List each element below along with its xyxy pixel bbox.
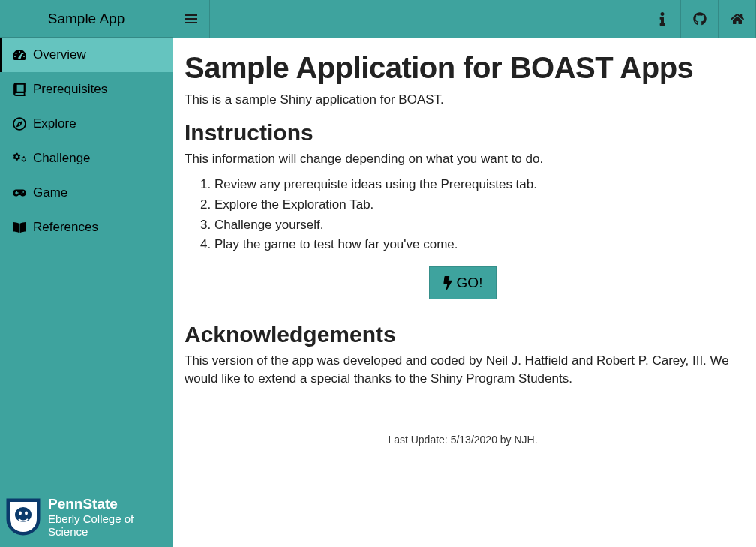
gears-icon [12,152,27,165]
sidebar-item-label: Game [33,185,68,200]
app-title: Sample App [0,0,172,38]
instructions-list: Review any prerequiste ideas using the P… [184,176,741,254]
home-button[interactable] [718,0,756,38]
home-icon [730,12,744,26]
sidebar-item-challenge[interactable]: Challenge [0,141,172,176]
github-button[interactable] [681,0,718,38]
github-icon [693,12,706,26]
instructions-item: Play the game to test how far you've com… [214,236,741,254]
instructions-intro: This information will change depending o… [184,150,741,169]
intro-text: This is a sample Shiny application for B… [184,91,741,110]
sidebar-item-prerequisites[interactable]: Prerequisites [0,72,172,107]
footer-line1: PennState [48,496,166,512]
sidebar-menu: Overview Prerequisites Explore Challenge [0,38,172,245]
sidebar-item-label: Prerequisites [33,82,107,97]
book-open-icon [12,221,27,234]
svg-point-0 [15,507,32,522]
content: Sample Application for BOAST Apps This i… [172,38,756,547]
bolt-icon [443,276,452,290]
sidebar-item-explore[interactable]: Explore [0,107,172,141]
sidebar-footer: PennState Eberly College of Science [6,496,166,538]
footer-text: PennState Eberly College of Science [48,496,166,538]
sidebar-item-label: Overview [33,47,86,62]
info-icon [656,12,669,26]
acknowledgements-body: This version of the app was developed an… [184,352,741,389]
instructions-item: Challenge yourself. [214,216,741,235]
instructions-heading: Instructions [184,120,741,146]
book-icon [12,83,27,96]
dashboard-icon [12,48,27,62]
svg-point-1 [19,511,22,515]
sidebar-item-game[interactable]: Game [0,176,172,210]
sidebar-item-references[interactable]: References [0,210,172,245]
sidebar: Sample App Overview Prerequisites Explor… [0,0,172,547]
page-title: Sample Application for BOAST Apps [184,51,741,85]
info-button[interactable] [644,0,681,38]
last-update: Last Update: 5/13/2020 by NJH. [184,434,741,446]
sidebar-item-overview[interactable]: Overview [0,38,172,72]
sidebar-item-label: Explore [33,116,76,131]
instructions-item: Explore the Exploration Tab. [214,196,741,215]
instructions-item: Review any prerequiste ideas using the P… [214,176,741,194]
topbar [172,0,756,38]
pennstate-shield-icon [6,498,40,536]
compass-icon [12,117,27,131]
menu-toggle-button[interactable] [172,0,210,38]
svg-point-2 [25,511,28,515]
main: Sample Application for BOAST Apps This i… [172,0,756,547]
go-button[interactable]: GO! [429,266,497,299]
sidebar-item-label: Challenge [33,151,91,166]
footer-line2: Eberly College of Science [48,512,166,539]
gamepad-icon [12,186,27,200]
hamburger-icon [185,14,197,23]
acknowledgements-heading: Acknowledgements [184,322,741,347]
go-button-label: GO! [457,275,483,291]
sidebar-item-label: References [33,220,98,235]
